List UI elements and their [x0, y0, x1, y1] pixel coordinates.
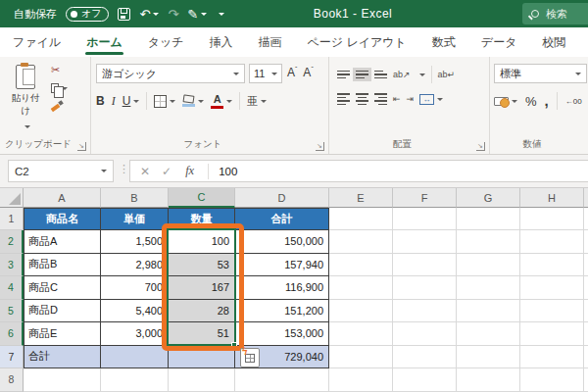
phonetic-guide-button[interactable]: 亜	[247, 94, 267, 109]
cell[interactable]	[520, 230, 584, 254]
cell[interactable]	[329, 368, 393, 392]
cell[interactable]	[393, 346, 457, 369]
tab-file[interactable]: ファイル	[0, 27, 74, 57]
search-input[interactable]: 検索	[522, 3, 588, 24]
row-header-6[interactable]: 6	[0, 322, 24, 346]
cell[interactable]	[457, 368, 520, 392]
tab-data[interactable]: データ	[468, 27, 530, 57]
qat-more-icon[interactable]	[219, 13, 224, 16]
cell[interactable]	[169, 346, 235, 369]
cell[interactable]	[393, 208, 457, 230]
align-center-button[interactable]	[356, 93, 368, 105]
font-color-button[interactable]: A	[211, 94, 232, 109]
cell[interactable]	[457, 300, 520, 323]
cell[interactable]	[329, 276, 393, 300]
cell[interactable]	[584, 300, 588, 323]
cut-button[interactable]: ✂	[51, 65, 60, 75]
cell[interactable]	[520, 254, 584, 277]
cell[interactable]	[520, 368, 584, 392]
cell[interactable]	[393, 300, 457, 323]
cell[interactable]	[520, 300, 584, 323]
cell[interactable]	[584, 254, 588, 277]
tab-home[interactable]: ホーム	[74, 27, 135, 57]
cell[interactable]	[520, 276, 584, 300]
column-header-C[interactable]: C	[169, 188, 235, 208]
cell[interactable]: 商品D	[24, 300, 101, 323]
cell[interactable]	[393, 368, 457, 392]
row-header-2[interactable]: 2	[0, 230, 24, 254]
cell[interactable]: 商品A	[24, 230, 101, 254]
enter-icon[interactable]: ✓	[162, 165, 172, 178]
format-painter-button[interactable]	[51, 101, 63, 111]
row-header-7[interactable]: 7	[0, 346, 24, 369]
font-dialog-launcher[interactable]: ↘	[316, 142, 324, 151]
tab-draw[interactable]: 描画	[246, 27, 295, 57]
autosave-toggle[interactable]: オフ	[66, 7, 109, 22]
cell[interactable]	[457, 346, 520, 369]
align-right-button[interactable]	[374, 93, 387, 105]
select-all-corner[interactable]	[0, 188, 24, 208]
cell[interactable]	[584, 276, 588, 300]
row-header-1[interactable]: 1	[0, 208, 24, 230]
column-header-H[interactable]: H	[520, 188, 584, 208]
cell[interactable]: 167	[169, 276, 235, 300]
column-header-F[interactable]: F	[393, 188, 457, 208]
cell[interactable]: 数量	[169, 208, 235, 230]
column-header-E[interactable]: E	[329, 188, 393, 208]
cell[interactable]	[329, 300, 393, 323]
grow-font-button[interactable]: Aˆ	[287, 66, 297, 79]
shrink-font-button[interactable]: Aˇ	[303, 66, 313, 79]
copy-button[interactable]	[51, 83, 68, 93]
cell[interactable]	[584, 368, 588, 392]
tab-formulas[interactable]: 数式	[419, 27, 468, 57]
cell[interactable]	[584, 346, 588, 369]
cancel-icon[interactable]: ✕	[140, 165, 150, 178]
cell[interactable]: 51	[169, 322, 235, 346]
cell[interactable]	[584, 208, 588, 230]
column-header-D[interactable]: D	[235, 188, 329, 208]
cell[interactable]: 28	[169, 300, 235, 323]
cell[interactable]	[520, 346, 584, 369]
cell[interactable]	[520, 322, 584, 346]
cell[interactable]: 合計	[24, 346, 101, 369]
accounting-format-button[interactable]	[494, 97, 517, 106]
merge-center-button[interactable]: ↔	[419, 94, 443, 105]
borders-button[interactable]	[154, 95, 175, 108]
save-icon[interactable]	[118, 8, 130, 21]
cell[interactable]: 商品名	[24, 208, 101, 230]
orientation-button[interactable]: ab↗	[393, 70, 411, 79]
cell[interactable]	[393, 230, 457, 254]
font-name-select[interactable]: 游ゴシック	[96, 64, 245, 83]
cell[interactable]: 151,200	[235, 300, 329, 323]
cell[interactable]: 157,940	[235, 254, 329, 277]
column-header-G[interactable]: G	[457, 188, 520, 208]
increase-decimal-button[interactable]: ←00	[565, 97, 582, 106]
fill-color-button[interactable]	[182, 95, 204, 107]
cell[interactable]	[457, 208, 520, 230]
cell[interactable]: 合計	[235, 208, 329, 230]
row-header-3[interactable]: 3	[0, 254, 24, 277]
row-header-8[interactable]: 8	[0, 368, 24, 392]
cell[interactable]: 商品B	[24, 254, 101, 277]
align-bottom-button[interactable]	[374, 71, 387, 79]
cell[interactable]: 商品C	[24, 276, 101, 300]
cell[interactable]	[101, 368, 169, 392]
align-top-button[interactable]	[337, 71, 350, 79]
bold-button[interactable]: B	[96, 94, 105, 108]
comma-style-button[interactable]: ,	[545, 96, 549, 106]
cell[interactable]: 150,000	[235, 230, 329, 254]
tab-page-layout[interactable]: ページ レイアウト	[295, 27, 419, 57]
align-left-button[interactable]	[337, 93, 350, 105]
cell[interactable]: 商品E	[24, 322, 101, 346]
cell[interactable]	[457, 322, 520, 346]
cell[interactable]	[329, 322, 393, 346]
tab-touch[interactable]: タッチ	[135, 27, 197, 57]
cell[interactable]	[457, 254, 520, 277]
underline-button[interactable]: U	[122, 94, 140, 108]
cell[interactable]	[584, 322, 588, 346]
undo-button[interactable]: ↶	[139, 8, 159, 21]
redo-button[interactable]: ↷	[168, 8, 178, 21]
quick-analysis-button[interactable]: ϟ	[240, 348, 260, 368]
align-middle-button[interactable]	[356, 71, 368, 79]
cell[interactable]	[235, 368, 329, 392]
